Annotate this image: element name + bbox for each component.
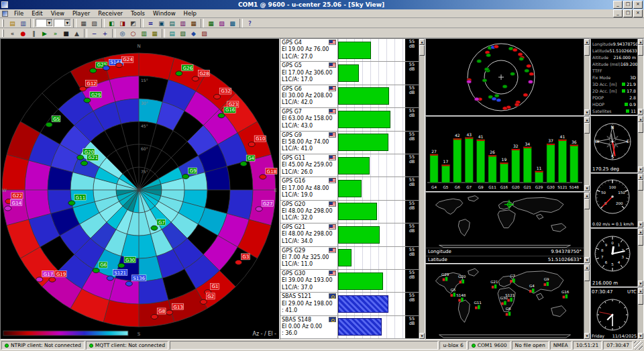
scroll-down-button[interactable]: ▼ — [584, 109, 590, 115]
scroll-up-button[interactable]: ▲ — [638, 229, 643, 235]
vertical-scrollbar[interactable]: ▲▼ — [637, 229, 643, 287]
eject-icon[interactable]: ▲ — [72, 29, 82, 38]
scroll-down-button[interactable]: ▼ — [419, 333, 425, 339]
menu-view[interactable]: View — [47, 9, 68, 18]
menu-window[interactable]: Window — [149, 9, 180, 18]
scroll-down-button[interactable]: ▼ — [584, 333, 590, 339]
scroll-up-button[interactable]: ▲ — [638, 116, 643, 122]
scroll-down-button[interactable]: ▼ — [584, 257, 590, 263]
menu-file[interactable]: File — [10, 9, 28, 18]
scrollbar-thumb[interactable] — [638, 45, 643, 56]
scroll-up-button[interactable]: ▲ — [638, 174, 643, 180]
scroll-up-button[interactable]: ▲ — [638, 39, 643, 45]
scrollbar-thumb[interactable] — [584, 45, 590, 56]
scroll-up-button[interactable]: ▲ — [638, 288, 643, 294]
scrollbar-track[interactable] — [419, 45, 425, 333]
scrollbar-thumb[interactable] — [638, 235, 643, 246]
minimize-button[interactable]: _ — [613, 1, 623, 9]
scrollbar-track[interactable] — [584, 270, 590, 333]
google-earth-view-icon[interactable]: ◆ — [189, 29, 199, 38]
scroll-down-button[interactable]: ▼ — [638, 109, 643, 115]
table-view-icon[interactable]: ▦ — [206, 19, 216, 28]
menu-help[interactable]: Help — [180, 9, 201, 18]
scrollbar-thumb[interactable] — [638, 294, 643, 305]
print-icon[interactable]: ▦ — [78, 19, 89, 28]
statistics-view-icon[interactable]: ▤ — [167, 29, 177, 38]
scroll-down-button[interactable]: ▼ — [584, 185, 590, 191]
baud-rate-combo[interactable]: ▼ — [54, 19, 71, 27]
scroll-up-button[interactable]: ▲ — [584, 264, 590, 270]
copy-icon[interactable]: ▧ — [89, 19, 99, 28]
message-inspector-icon[interactable]: ▨ — [199, 29, 209, 38]
zoom-out-icon[interactable]: − — [89, 29, 99, 38]
open-log-icon[interactable]: ▤ — [7, 19, 17, 28]
titlebar[interactable]: COM1 @ 9600 - u-center 25.06 - [Sky View… — [0, 0, 644, 9]
map-view-icon[interactable]: ▧ — [178, 29, 188, 38]
disconnect-receiver-icon[interactable]: ◨ — [117, 19, 127, 28]
chart-view-icon[interactable]: ▨ — [217, 19, 227, 28]
camera-view-icon[interactable]: ▩ — [227, 19, 237, 28]
scroll-down-button[interactable]: ▼ — [638, 281, 643, 287]
mdi-restore-button[interactable]: □ — [623, 9, 633, 17]
com-port-combo[interactable]: ▼ — [36, 19, 53, 27]
scrollbar-thumb[interactable] — [419, 45, 425, 56]
vertical-scrollbar[interactable]: ▲▼ — [584, 117, 590, 191]
play-icon[interactable]: ▶ — [40, 29, 50, 38]
sky-view-icon[interactable]: ◎ — [117, 29, 127, 38]
vertical-scrollbar[interactable]: ▲▼ — [584, 264, 590, 339]
stop-icon[interactable]: ■ — [61, 29, 71, 38]
packet-console-icon[interactable]: ▥ — [178, 19, 188, 28]
record-icon[interactable]: ● — [18, 29, 28, 38]
mdi-close-button[interactable]: × — [633, 9, 643, 17]
vertical-scrollbar[interactable]: ▲▼ — [584, 193, 590, 263]
vertical-scrollbar[interactable]: ▲▼ — [637, 174, 643, 228]
jump-to-start-icon[interactable]: « — [7, 29, 17, 38]
mdi-minimize-button[interactable]: _ — [613, 9, 623, 17]
scrollbar-track[interactable] — [638, 45, 643, 109]
menu-player[interactable]: Player — [68, 9, 94, 18]
autobaud-icon[interactable]: ◩ — [128, 19, 138, 28]
docking-window-icon[interactable]: ▦ — [150, 29, 160, 38]
scroll-down-button[interactable]: ▼ — [638, 221, 643, 228]
scroll-up-button[interactable]: ▲ — [419, 39, 425, 45]
about-help-icon[interactable]: ? — [245, 19, 255, 28]
toolbar-drag-handle[interactable] — [2, 19, 4, 27]
text-console-icon[interactable]: ▤ — [167, 19, 177, 28]
scroll-up-button[interactable]: ▲ — [584, 117, 590, 123]
scrollbar-thumb[interactable] — [584, 123, 590, 134]
menu-tools[interactable]: Tools — [127, 9, 149, 18]
toolbar-drag-handle[interactable] — [2, 30, 4, 37]
scrollbar-track[interactable] — [584, 123, 590, 185]
scrollbar-thumb[interactable] — [584, 270, 590, 281]
resize-grip[interactable] — [634, 341, 643, 350]
scrollbar-track[interactable] — [638, 122, 643, 166]
menu-receiver[interactable]: Receiver — [94, 9, 127, 18]
scroll-down-button[interactable]: ▼ — [638, 166, 643, 172]
zoom-in-icon[interactable]: + — [100, 29, 110, 38]
scrollbar-thumb[interactable] — [638, 180, 643, 191]
scrollbar-track[interactable] — [638, 235, 643, 281]
histogram-view-icon[interactable]: ▥ — [139, 29, 149, 38]
close-button[interactable]: × — [633, 1, 643, 9]
vertical-scrollbar[interactable]: ▲▼ — [637, 116, 643, 172]
scroll-up-button[interactable]: ▲ — [584, 193, 590, 199]
menu-edit[interactable]: Edit — [28, 9, 46, 18]
scroll-up-button[interactable]: ▲ — [584, 39, 590, 45]
binary-console-icon[interactable]: ▦ — [189, 19, 199, 28]
fast-forward-icon[interactable]: » — [50, 29, 60, 38]
messages-view-icon[interactable]: ≡ — [146, 19, 156, 28]
deviation-map-icon[interactable]: ○ — [128, 29, 138, 38]
configuration-view-icon[interactable]: ▣ — [156, 19, 166, 28]
scrollbar-track[interactable] — [638, 294, 643, 333]
connect-receiver-icon[interactable]: ◧ — [107, 19, 117, 28]
scroll-down-button[interactable]: ▼ — [638, 333, 643, 339]
pause-icon[interactable]: ‖ — [29, 29, 39, 38]
vertical-scrollbar[interactable]: ▲▼ — [419, 39, 425, 339]
scrollbar-thumb[interactable] — [638, 122, 643, 133]
vertical-scrollbar[interactable]: ▲▼ — [637, 288, 643, 339]
scrollbar-track[interactable] — [638, 180, 643, 221]
scrollbar-thumb[interactable] — [584, 199, 590, 209]
vertical-scrollbar[interactable]: ▲▼ — [637, 39, 643, 115]
maximize-button[interactable]: □ — [623, 1, 633, 9]
save-log-icon[interactable]: ▥ — [18, 19, 28, 28]
